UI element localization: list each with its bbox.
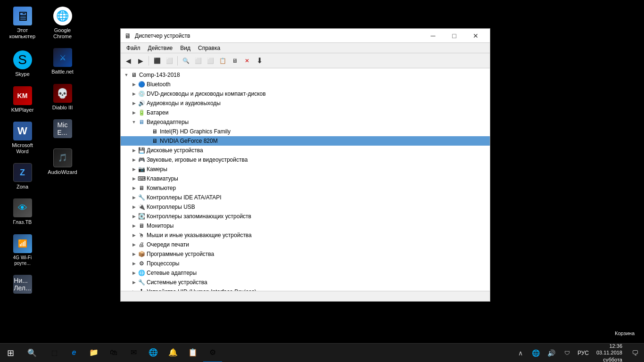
network-expand[interactable]: ▶	[130, 269, 138, 277]
tree-hid[interactable]: ▶ 🕹 Устройства HID (Human Interface Devi…	[121, 287, 490, 291]
toolbar-show-hidden[interactable]: ⬜	[164, 55, 175, 66]
desktop-icon-skype[interactable]: S Skype	[5, 49, 40, 79]
maximize-button[interactable]: □	[444, 29, 465, 43]
tree-keyboards[interactable]: ▶ ⌨ Клавиатуры	[121, 174, 490, 183]
bluetooth-expand[interactable]: ▶	[130, 81, 138, 88]
disk-expand[interactable]: ▶	[130, 147, 138, 154]
search-button[interactable]: 🔍	[21, 344, 42, 362]
tray-expand[interactable]: ∧	[514, 344, 527, 362]
tree-disk[interactable]: ▶ 💾 Дисковые устройства	[121, 146, 490, 155]
close-button[interactable]: ✕	[465, 29, 486, 43]
edge-button[interactable]: e	[65, 344, 83, 362]
toolbar-driver-update[interactable]: ⬇	[254, 55, 265, 66]
tree-bluetooth[interactable]: ▶ 🔵 Bluetooth	[121, 80, 490, 89]
devmgr-taskbar-button[interactable]: ⚙	[203, 344, 222, 362]
monitors-expand[interactable]: ▶	[130, 222, 138, 230]
sound-expand[interactable]: ▶	[130, 156, 138, 164]
usb-expand[interactable]: ▶	[130, 203, 138, 211]
desktop-icon-glaztv[interactable]: 👁 Глаз.ТВ	[5, 197, 40, 227]
tray-language[interactable]: РУС	[576, 350, 590, 356]
task-view-button[interactable]: ⬚	[45, 344, 64, 362]
tree-processors[interactable]: ▶ ⚙ Процессоры	[121, 259, 490, 268]
tree-software[interactable]: ▶ 📦 Программные устройства	[121, 249, 490, 259]
desktop-icon-this-pc[interactable]: 🖥 Этоткомпьютер	[5, 5, 40, 41]
tree-dvd[interactable]: ▶ 💿 DVD-дисководы и дисководы компакт-ди…	[121, 89, 490, 99]
desktop-icon-wifi[interactable]: 📶 4G Wi-Fiроуте...	[5, 232, 40, 268]
tree-print[interactable]: ▶ 🖨 Очереди печати	[121, 240, 490, 249]
mail-button[interactable]: ✉	[124, 344, 143, 362]
audio-io-expand[interactable]: ▶	[130, 99, 138, 107]
tree-batteries[interactable]: ▶ 🔋 Батареи	[121, 108, 490, 117]
desktop-icon-diablo[interactable]: 💀 Diablo III	[45, 82, 80, 113]
desktop-icon-chrome[interactable]: 🌐 Google Chrome	[45, 5, 80, 41]
desktop-icon-battle[interactable]: ⚔ Battle.net	[45, 46, 80, 77]
intel-label: Intel(R) HD Graphics Family	[160, 128, 231, 135]
toolbar-forward[interactable]: ▶	[135, 55, 146, 66]
chrome-taskbar-button[interactable]: 🌐	[144, 344, 163, 362]
tree-sound[interactable]: ▶ 🎮 Звуковые, игровые и видеоустройства	[121, 155, 490, 165]
cameras-expand[interactable]: ▶	[130, 165, 138, 173]
tree-audio-io[interactable]: ▶ 🔊 Аудиовходы и аудиовыходы	[121, 99, 490, 108]
tree-intel-hd[interactable]: 🖥 Intel(R) HD Graphics Family	[121, 127, 490, 136]
menu-file[interactable]: Файл	[123, 44, 144, 52]
store-button[interactable]: 🛍	[104, 344, 123, 362]
root-expand-icon[interactable]: ▼	[123, 71, 130, 79]
ide-expand[interactable]: ▶	[130, 194, 138, 201]
toolbar-disable[interactable]: 🖥	[229, 55, 240, 66]
tree-computer[interactable]: ▶ 🖥 Компьютер	[121, 183, 490, 193]
toolbar-device-props[interactable]: 📋	[217, 55, 228, 66]
tree-monitors[interactable]: ▶ 🖥 Мониторы	[121, 221, 490, 230]
network-label: Сетевые адаптеры	[147, 270, 197, 276]
dvd-expand[interactable]: ▶	[130, 90, 138, 98]
toolbar-scan[interactable]: ⬜	[205, 55, 216, 66]
desktop-icon-misc2[interactable]: MicE...	[45, 117, 80, 142]
misc-button1[interactable]: 🔔	[164, 344, 182, 362]
tree-network[interactable]: ▶ 🌐 Сетевые адаптеры	[121, 268, 490, 278]
menu-action[interactable]: Действие	[144, 44, 177, 52]
menu-help[interactable]: Справка	[194, 44, 224, 52]
menu-view[interactable]: Вид	[176, 44, 194, 52]
system-expand[interactable]: ▶	[130, 279, 138, 286]
desktop-icon-kmplayer[interactable]: KM KMPlayer	[5, 84, 40, 115]
explorer-button[interactable]: 📁	[84, 344, 103, 362]
toolbar-up[interactable]: ⬛	[151, 55, 163, 66]
tree-cameras[interactable]: ▶ 📷 Камеры	[121, 165, 490, 174]
print-expand[interactable]: ▶	[130, 241, 138, 248]
tray-clock[interactable]: 12:36 03.11.2018 суббота	[593, 343, 626, 362]
mice-expand[interactable]: ▶	[130, 231, 138, 239]
tray-network-icon[interactable]: 🌐	[529, 344, 543, 362]
tree-usb[interactable]: ▶ 🔌 Контроллеры USB	[121, 202, 490, 212]
tree-system[interactable]: ▶ 🔧 Системные устройства	[121, 278, 490, 287]
desktop-icon-audio[interactable]: 🎵 AudioWizard	[45, 147, 80, 177]
toolbar-uninstall[interactable]: ✕	[241, 55, 253, 66]
recycle-bin[interactable]: 🗑 Корзина	[615, 310, 635, 336]
computer-expand[interactable]: ▶	[130, 184, 138, 192]
batteries-expand[interactable]: ▶	[130, 109, 138, 116]
keyboards-expand[interactable]: ▶	[130, 175, 138, 182]
toolbar-properties[interactable]: 🔍	[180, 55, 191, 66]
menubar: Файл Действие Вид Справка	[121, 43, 490, 53]
toolbar-update[interactable]: ⬜	[192, 55, 204, 66]
desktop-icon-word[interactable]: W MicrosoftWord	[5, 120, 40, 156]
tree-nvidia[interactable]: 🖥 NVIDIA GeForce 820M	[121, 136, 490, 146]
toolbar-back[interactable]: ◀	[123, 55, 134, 66]
sound-label: Звуковые, игровые и видеоустройства	[147, 156, 248, 163]
tray-notification[interactable]: 🗨	[628, 344, 642, 362]
processors-expand[interactable]: ▶	[130, 260, 138, 267]
tree-mice[interactable]: ▶ 🖱 Мыши и иные указывающие устройства	[121, 230, 490, 240]
minimize-button[interactable]: ─	[422, 29, 444, 43]
tree-storage[interactable]: ▶ 💽 Контроллеры запоминающих устройств	[121, 212, 490, 221]
video-expand[interactable]: ▼	[130, 118, 138, 126]
tray-volume-icon[interactable]: 🔊	[545, 344, 558, 362]
start-button[interactable]: ⊞	[0, 344, 21, 362]
tree-video[interactable]: ▼ 🖥 Видеоадаптеры	[121, 117, 490, 127]
tree-view[interactable]: ▼ 🖥 Comp-143-2018 ▶ 🔵 Bluetooth ▶ 💿 DVD-…	[121, 68, 490, 291]
tree-root[interactable]: ▼ 🖥 Comp-143-2018	[121, 70, 490, 80]
storage-expand[interactable]: ▶	[130, 213, 138, 220]
tree-ide[interactable]: ▶ 🔧 Контроллеры IDE ATA/ATAPI	[121, 193, 490, 202]
misc-button2[interactable]: 📋	[183, 344, 202, 362]
software-expand[interactable]: ▶	[130, 250, 138, 258]
tray-security-icon[interactable]: 🛡	[561, 344, 574, 362]
desktop-icon-zona[interactable]: Z Zona	[5, 161, 40, 192]
desktop-icon-misc1[interactable]: Ни...Лел...	[5, 273, 40, 297]
